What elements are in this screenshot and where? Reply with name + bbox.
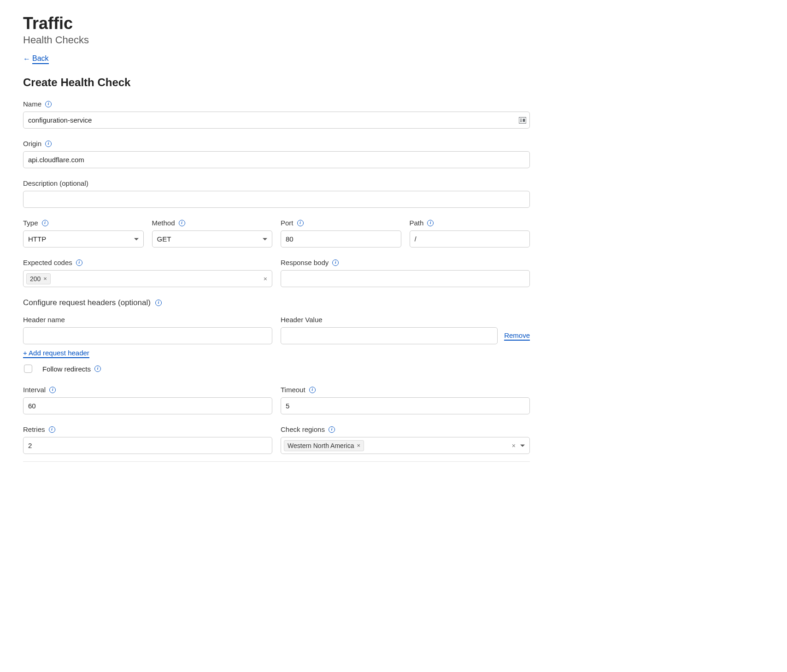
close-icon[interactable]: × — [43, 275, 47, 282]
method-value: GET — [157, 235, 171, 243]
info-icon[interactable] — [45, 101, 52, 107]
description-label: Description (optional) — [23, 179, 88, 187]
type-select[interactable]: HTTP — [23, 230, 144, 248]
expected-codes-label: Expected codes — [23, 259, 72, 266]
name-input[interactable] — [23, 112, 530, 129]
header-name-label: Header name — [23, 316, 65, 324]
origin-input[interactable] — [23, 151, 530, 168]
back-link-label: Back — [32, 54, 49, 64]
port-input[interactable] — [281, 230, 401, 248]
origin-label: Origin — [23, 140, 41, 147]
timeout-label: Timeout — [281, 386, 305, 394]
clear-all-icon[interactable]: × — [512, 442, 516, 449]
header-value-input[interactable] — [281, 327, 498, 344]
tag-label: 200 — [30, 275, 41, 283]
configure-headers-label: Configure request headers (optional) — [23, 298, 151, 307]
method-label: Method — [152, 219, 175, 227]
info-icon[interactable] — [49, 387, 56, 393]
chevron-down-icon — [520, 444, 525, 447]
info-icon[interactable] — [94, 365, 101, 372]
clear-all-icon[interactable]: × — [264, 275, 267, 283]
check-regions-label: Check regions — [281, 425, 325, 433]
interval-input[interactable] — [23, 397, 272, 414]
chevron-down-icon — [263, 238, 267, 240]
type-label: Type — [23, 219, 38, 227]
timeout-input[interactable] — [281, 397, 530, 414]
region-tag[interactable]: Western North America × — [284, 440, 364, 451]
port-label: Port — [281, 219, 294, 227]
chevron-down-icon — [134, 238, 139, 240]
close-icon[interactable]: × — [357, 442, 360, 449]
info-icon[interactable] — [76, 259, 82, 266]
back-link[interactable]: ← Back — [23, 54, 49, 64]
page-title: Traffic — [23, 14, 530, 33]
header-value-label: Header Value — [281, 316, 323, 324]
retries-input[interactable] — [23, 437, 272, 454]
svg-rect-2 — [520, 120, 522, 120]
expected-codes-input[interactable]: 200 × × — [23, 270, 272, 287]
info-icon[interactable] — [297, 220, 304, 226]
check-regions-select[interactable]: Western North America × × — [281, 437, 530, 454]
svg-rect-0 — [519, 117, 526, 123]
svg-rect-4 — [523, 118, 525, 122]
form-heading: Create Health Check — [23, 76, 530, 89]
name-label: Name — [23, 100, 41, 108]
expected-code-tag[interactable]: 200 × — [26, 273, 51, 284]
method-select[interactable]: GET — [152, 230, 273, 248]
header-name-input[interactable] — [23, 327, 272, 344]
info-icon[interactable] — [329, 426, 335, 433]
info-icon[interactable] — [309, 387, 316, 393]
interval-label: Interval — [23, 386, 46, 394]
follow-redirects-checkbox[interactable] — [24, 365, 32, 373]
info-icon[interactable] — [155, 300, 162, 306]
info-icon[interactable] — [45, 141, 52, 147]
page-subtitle: Health Checks — [23, 34, 530, 46]
response-body-input[interactable] — [281, 270, 530, 287]
info-icon[interactable] — [42, 220, 48, 226]
info-icon[interactable] — [427, 220, 434, 226]
description-input[interactable] — [23, 191, 530, 208]
response-body-label: Response body — [281, 259, 329, 266]
divider — [23, 461, 530, 462]
svg-rect-1 — [520, 118, 522, 119]
path-label: Path — [410, 219, 424, 227]
arrow-left-icon: ← — [23, 55, 30, 63]
info-icon[interactable] — [332, 259, 339, 266]
retries-label: Retries — [23, 425, 45, 433]
type-value: HTTP — [28, 235, 46, 243]
add-header-link[interactable]: + Add request header — [23, 349, 89, 358]
svg-rect-3 — [520, 121, 522, 122]
info-icon[interactable] — [49, 426, 55, 433]
path-input[interactable] — [410, 230, 530, 248]
autofill-icon — [519, 117, 526, 124]
follow-redirects-label: Follow redirects — [42, 365, 91, 373]
info-icon[interactable] — [179, 220, 185, 226]
tag-label: Western North America — [288, 442, 354, 449]
remove-header-link[interactable]: Remove — [504, 331, 530, 341]
